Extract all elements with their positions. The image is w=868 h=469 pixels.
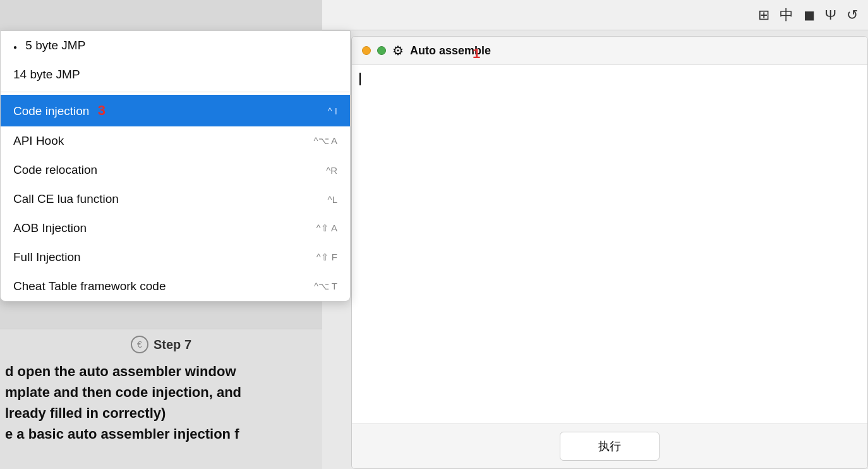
menu-item-code-injection-shortcut: ^ I [328,106,337,116]
step-line-2: mplate and then code injection, and [5,382,317,403]
menu-item-full-injection-label: Full Injection [13,250,81,264]
traffic-light-yellow[interactable] [362,46,371,55]
dropdown-menu: ● 5 byte JMP 14 byte JMP Code injection … [0,30,351,302]
grid-icon[interactable]: ⊞ [758,7,769,23]
menu-item-code-injection-label: Code injection 3 [13,102,105,119]
badge-1: 1 [473,46,480,62]
box-icon[interactable]: ◼ [804,7,815,23]
menu-item-api-hook-shortcut: ^⌥ A [314,135,337,147]
menu-item-cheat-table[interactable]: Cheat Table framework code ^⌥ T [1,272,350,301]
step-line-4: e a basic auto assembler injection f [5,423,317,444]
menu-item-api-hook[interactable]: API Hook ^⌥ A [1,126,350,155]
menu-item-call-ce-lua-shortcut: ^L [328,194,337,205]
step-line-1: d open the auto assembler window [5,361,317,382]
menu-item-code-relocation-label: Code relocation [13,163,97,177]
traffic-light-green[interactable] [377,46,386,55]
step-title: Step 7 [154,338,191,352]
gear-icon: ⚙ [392,43,404,58]
chinese-icon[interactable]: 中 [780,6,793,25]
menu-item-aob-injection[interactable]: AOB Injection ^⇧ A [1,214,350,243]
editor-area[interactable] [352,65,867,423]
history-icon[interactable]: ↺ [847,7,858,23]
menu-item-full-injection[interactable]: Full Injection ^⇧ F [1,243,350,272]
bullet-dot: ● [13,44,17,51]
auto-assemble-window: ⚙ Auto assemble 执行 [351,36,868,469]
badge-3: 3 [98,102,105,118]
menu-item-code-relocation[interactable]: Code relocation ^R [1,155,350,185]
menu-item-5byte-label: ● 5 byte JMP [13,39,85,52]
menu-bar-right: ⊞ 中 ◼ Ψ ↺ [758,6,868,25]
step-text: d open the auto assembler window mplate … [0,361,322,444]
menu-item-5byte[interactable]: ● 5 byte JMP [1,31,350,60]
step-area: € Step 7 d open the auto assembler windo… [0,329,322,469]
window-footer: 执行 [352,423,867,468]
menu-item-cheat-table-shortcut: ^⌥ T [314,281,337,292]
menu-item-aob-injection-label: AOB Injection [13,221,87,235]
psi-icon[interactable]: Ψ [825,7,836,23]
menu-item-code-relocation-shortcut: ^R [326,165,337,176]
text-cursor [359,73,361,85]
menu-item-aob-injection-shortcut: ^⇧ A [316,222,337,234]
menu-item-14byte-label: 14 byte JMP [13,68,80,82]
menu-item-14byte[interactable]: 14 byte JMP [1,60,350,89]
menu-item-full-injection-shortcut: ^⇧ F [316,252,337,263]
execute-button[interactable]: 执行 [560,432,660,461]
menu-item-call-ce-lua-label: Call CE lua function [13,192,119,206]
step-header: € Step 7 [0,336,322,353]
menu-item-code-injection[interactable]: Code injection 3 ^ I [1,95,350,126]
svg-text:€: € [137,339,142,350]
step-line-3: lready filled in correctly) [5,403,317,423]
step-ce-icon: € [131,336,148,353]
separator-1 [1,92,350,92]
menu-item-cheat-table-label: Cheat Table framework code [13,279,166,293]
menu-item-api-hook-label: API Hook [13,134,64,148]
menu-item-call-ce-lua[interactable]: Call CE lua function ^L [1,185,350,214]
window-titlebar: ⚙ Auto assemble [352,37,867,65]
